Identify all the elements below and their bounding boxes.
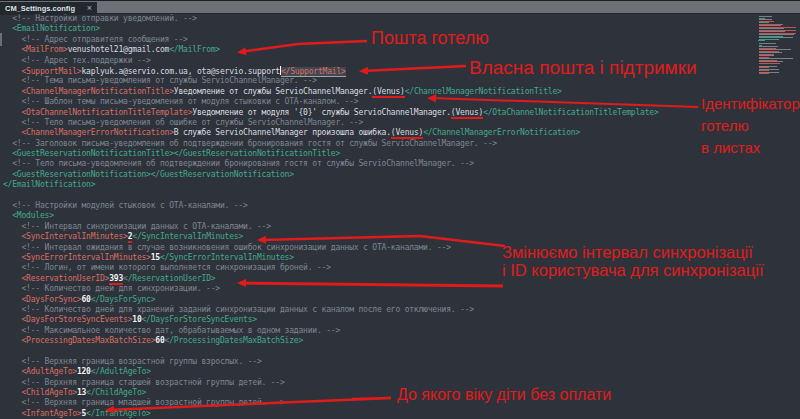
code-line[interactable]: <!-- Шаблон темы письма-уведомления от м… (3, 97, 800, 107)
annotation-mail-from-note: Пошта готелю (371, 28, 489, 49)
code-line[interactable]: <GuestReservationNotificationTitle></Gue… (3, 149, 800, 159)
code-token: </MailFrom> (169, 45, 220, 54)
code-line[interactable]: <AdultAgeTo>120</AdultAgeTo> (3, 367, 800, 377)
annotation-support-mail-note: Власна пошта і підтримки (469, 57, 697, 79)
code-token: <SupportMail> (3, 67, 81, 76)
code-line[interactable]: </EmailNotification> (3, 180, 800, 190)
code-token: <Modules> (3, 211, 54, 220)
code-line[interactable]: <!-- Тело письма-уведомления об ошибке о… (3, 118, 800, 128)
minimap[interactable] (758, 16, 798, 76)
code-token: </ReservationUserID> (123, 274, 215, 283)
code-token: </DaysForSync> (91, 295, 156, 304)
code-token: <GuestReservationNotificationTitle></Gue… (3, 149, 340, 158)
code-line[interactable]: <!-- Настройки отправки уведомлений. --> (3, 14, 800, 24)
code-token: </SyncErrorIntervalInMinutes> (160, 253, 294, 262)
code-token: Уведомление от службы ServioChannelManag… (174, 87, 373, 96)
code-line[interactable]: <DaysForSync>60</DaysForSync> (3, 295, 800, 305)
code-line[interactable]: <SyncIntervalInMinutes>2</SyncIntervalIn… (3, 232, 800, 242)
minimap-line (759, 63, 780, 64)
code-token: </SyncIntervalInMinutes> (132, 232, 243, 241)
code-token: 10 (132, 315, 141, 324)
code-token: <GuestReservationNotification></GuestRes… (3, 170, 294, 179)
code-token: Уведомление от модуля '{0}' службы Servi… (192, 108, 451, 117)
code-line[interactable]: <!-- Количество дней для синхронизации. … (3, 284, 800, 294)
code-token: 13 (77, 388, 86, 397)
code-token: 393 (109, 274, 123, 285)
code-line[interactable] (3, 347, 800, 357)
code-token: В службе ServioChannelManager произошла … (174, 128, 391, 137)
code-line[interactable]: <!-- Заголовок письма-уведомления об под… (3, 139, 800, 149)
code-token: <!-- Настройки отправки уведомлений. --> (3, 14, 197, 23)
code-token: <!-- Максимальное количество дат, обраба… (3, 326, 340, 335)
code-token: <MailFrom> (3, 45, 68, 54)
code-line[interactable]: <ChannelManagerErrorNotification>В служб… (3, 128, 800, 138)
annotation-hotel-id-note: Ідентифікаторготелюв листах (701, 93, 800, 159)
code-token: 15 (151, 253, 160, 262)
code-token: <ReservationUserID> (3, 274, 109, 283)
code-line[interactable]: <GuestReservationNotification></GuestRes… (3, 170, 800, 180)
code-token: <ProcessingDatesMaxBatchSize> (3, 336, 155, 345)
code-line[interactable]: <!-- Настройки модулей стыковок с ОТА-ка… (3, 201, 800, 211)
code-token: <DaysForStoreSyncEvents> (3, 315, 132, 324)
code-token: <!-- Адрес тех.поддержки --> (3, 56, 151, 65)
code-token: <!-- Количество дней для синхронизации. … (3, 284, 220, 293)
code-token: <!-- Верхняя граница старшей возрастной … (3, 378, 285, 387)
code-token: </OtaChannelNotificationTitleTemplate> (483, 108, 658, 117)
code-token: </DaysForStoreSyncEvents> (142, 315, 257, 324)
code-token: <!-- Интервал синхронизации данных с ОТА… (3, 222, 271, 231)
code-line[interactable]: <OtaChannelNotificationTitleTemplate>Уве… (3, 108, 800, 118)
code-token: <SyncErrorIntervalInMinutes> (3, 253, 151, 262)
gutter-change-marker (0, 33, 2, 46)
code-token: (Venus) (372, 87, 404, 98)
code-token: <!-- Верхняя граница младшей возрастной … (3, 398, 285, 407)
code-token: <!-- Интервал ожидания в случае возникно… (3, 243, 451, 252)
close-icon[interactable]: × (87, 4, 92, 13)
code-token: </InfantAgeTo> (86, 409, 151, 418)
code-line[interactable]: <!-- Тело письма-уведомления об подтверж… (3, 159, 800, 169)
minimap-line (759, 73, 769, 74)
code-token: <!-- Тело письма-уведомления об подтверж… (3, 159, 474, 168)
code-token: 120 (77, 367, 91, 376)
code-line[interactable] (3, 191, 800, 201)
code-token: <SyncIntervalInMinutes> (3, 232, 128, 241)
annotation-child-age-note: До якого віку діти без оплати (397, 385, 611, 404)
code-token: <!-- Верхняя граница возрастной группы в… (3, 357, 262, 366)
code-line[interactable]: <Modules> (3, 211, 800, 221)
code-token: 60 (155, 336, 164, 345)
code-token: </ProcessingDatesMaxBatchSize> (165, 336, 304, 345)
code-token: </AdultAgeTo> (91, 367, 151, 376)
code-line[interactable]: <!-- Интервал синхронизации данных с ОТА… (3, 222, 800, 232)
code-token: <!-- Логин, от имени которого выполняетс… (3, 263, 331, 272)
code-line[interactable]: <ChannelManagerNotificationTitle>Уведомл… (3, 87, 800, 97)
code-token: <!-- Количество дней для хранений задани… (3, 305, 474, 314)
minimap-line (758, 40, 765, 41)
code-line[interactable]: <DaysForStoreSyncEvents>10</DaysForStore… (3, 315, 800, 325)
code-token: <InfantAgeTo> (3, 409, 81, 418)
code-token: </ChildAgeTo> (86, 388, 146, 397)
code-token: kaplyuk.a@servio.com.ua, ota@servio.supp… (81, 67, 280, 76)
code-line[interactable]: <!-- Максимальное количество дат, обраба… (3, 326, 800, 336)
code-line[interactable]: <!-- Верхняя граница возрастной группы в… (3, 357, 800, 367)
code-token: <EmailNotification> (3, 24, 100, 33)
code-line[interactable]: <!-- Количество дней для хранений задани… (3, 305, 800, 315)
code-token: <ChildAgeTo> (3, 388, 77, 397)
code-line[interactable]: <InfantAgeTo>5</InfantAgeTo> (3, 409, 800, 419)
code-token: <!-- Настройки модулей стыковок с ОТА-ка… (3, 201, 248, 210)
code-token: <AdultAgeTo> (3, 367, 77, 376)
code-token: (Venus) (451, 108, 483, 119)
code-token: <ChannelManagerNotificationTitle> (3, 87, 174, 96)
code-token: <!-- Тело письма-уведомления об ошибке о… (3, 118, 363, 127)
tab-bar: CM_Settings.config × (0, 0, 800, 14)
code-token: 60 (81, 295, 90, 304)
code-token: </ChannelManagerNotificationTitle> (405, 87, 562, 96)
code-token: venushotel21@gmail.com (68, 45, 170, 54)
annotation-sync-note: Змінюємо інтервал синхронізаціїі ID кори… (502, 243, 763, 279)
code-token: <!-- Тема письма-уведомления от службы S… (3, 76, 317, 85)
code-token: <!-- Заголовок письма-уведомления об под… (3, 139, 497, 148)
code-token: </ChannelManagerErrorNotification> (423, 128, 580, 137)
code-token: <ChannelManagerErrorNotification> (3, 128, 174, 137)
code-token: <!-- Адрес отправителя сообщения --> (3, 35, 188, 44)
code-token: </EmailNotification> (3, 180, 95, 189)
code-line[interactable]: <ProcessingDatesMaxBatchSize>60</Process… (3, 336, 800, 346)
code-token: <DaysForSync> (3, 295, 81, 304)
